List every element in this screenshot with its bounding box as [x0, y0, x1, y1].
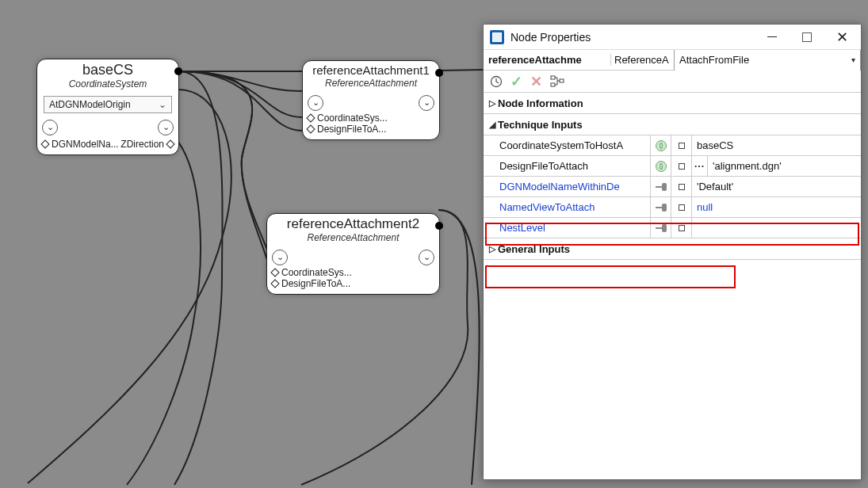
port-label: DesignFileToA...: [317, 124, 386, 135]
node-output-port[interactable]: [435, 222, 443, 230]
expand-inputs-icon[interactable]: ⌄: [272, 250, 288, 265]
port-label: DGNModelNa...: [52, 139, 119, 150]
input-port[interactable]: [270, 268, 279, 276]
svg-rect-1: [551, 76, 555, 79]
prop-label: DGNModelNameWithinDe: [484, 177, 650, 196]
section-node-information[interactable]: ▷ Node Information: [484, 93, 861, 114]
pin-icon[interactable]: [650, 218, 671, 238]
minimize-button[interactable]: [755, 25, 790, 50]
section-title: Technique Inputs: [498, 119, 583, 131]
expand-outputs-icon[interactable]: ⌄: [419, 95, 434, 111]
prop-label: CoordinateSystemToHostA: [484, 135, 650, 155]
chevron-down-icon: ▾: [851, 55, 855, 64]
expand-outputs-icon[interactable]: ⌄: [419, 250, 434, 265]
window-title: Node Properties: [510, 31, 755, 44]
node-subtype: CoordinateSystem: [42, 78, 174, 90]
hierarchy-icon[interactable]: [550, 75, 564, 88]
panel-toolbar: ✓ ✕: [484, 71, 861, 93]
history-icon[interactable]: [490, 75, 503, 88]
expression-toggle[interactable]: [671, 156, 691, 176]
prop-value[interactable]: baseCS: [691, 135, 861, 155]
section-title: General Inputs: [498, 243, 570, 255]
input-port[interactable]: [306, 113, 315, 122]
browse-button[interactable]: ···: [691, 156, 707, 176]
pin-icon[interactable]: [650, 197, 671, 217]
node-header: baseCS CoordinateSystem: [37, 59, 178, 94]
expression-toggle[interactable]: [671, 135, 691, 155]
port-label: CoordinateSys...: [281, 267, 352, 278]
node-subtype: ReferenceAttachment: [308, 78, 434, 89]
prop-label: DesignFileToAttach: [484, 156, 650, 176]
section-technique-inputs: ◢ Technique Inputs CoordinateSystemToHos…: [484, 114, 861, 238]
titlebar[interactable]: Node Properties ✕: [484, 25, 861, 50]
apply-icon[interactable]: ✓: [510, 73, 522, 90]
expand-inputs-icon[interactable]: ⌄: [308, 95, 323, 111]
globe-icon[interactable]: [650, 156, 671, 176]
globe-icon[interactable]: [650, 135, 671, 155]
input-port[interactable]: [270, 279, 279, 288]
output-port[interactable]: [166, 139, 174, 148]
technique-select-value: AttachFromFile: [679, 54, 749, 66]
properties-body: ▷ Node Information ◢ Technique Inputs Co…: [484, 93, 861, 479]
section-header[interactable]: ◢ Technique Inputs: [484, 114, 861, 135]
node-constructor-select[interactable]: AtDGNModelOrigin ⌄: [44, 96, 172, 113]
node-header: referenceAttachment1 ReferenceAttachment: [303, 61, 439, 93]
node-reference-attachment-2[interactable]: referenceAttachment2 ReferenceAttachment…: [266, 213, 440, 295]
expand-right-icon[interactable]: ▷: [487, 98, 498, 109]
node-output-port[interactable]: [174, 67, 182, 75]
highlight-box: [485, 265, 736, 288]
prop-value[interactable]: null: [691, 197, 861, 217]
prop-row-named-view: NamedViewToAttach null: [484, 196, 861, 217]
node-title: baseCS: [42, 63, 174, 78]
prop-value[interactable]: 'Default': [691, 177, 861, 196]
node-title: referenceAttachment1: [308, 64, 434, 78]
prop-label: NamedViewToAttach: [484, 197, 650, 217]
select-value: AtDGNModelOrigin: [49, 99, 131, 110]
prop-row-nest-level: NestLevel: [484, 217, 861, 238]
node-subtype: ReferenceAttachment: [272, 232, 434, 243]
node-reference-attachment-1[interactable]: referenceAttachment1 ReferenceAttachment…: [302, 60, 440, 140]
node-properties-panel[interactable]: Node Properties ✕ referenceAttachme Refe…: [483, 24, 862, 480]
maximize-button[interactable]: [790, 25, 824, 50]
prop-row-coordinate-system: CoordinateSystemToHostA baseCS: [484, 135, 861, 155]
expand-inputs-icon[interactable]: ⌄: [42, 120, 58, 135]
technique-select[interactable]: AttachFromFile ▾: [674, 50, 861, 71]
node-title: referenceAttachment2: [272, 217, 434, 232]
expression-toggle[interactable]: [671, 197, 691, 217]
selected-node-name: referenceAttachme: [484, 54, 610, 66]
close-button[interactable]: ✕: [824, 25, 859, 50]
prop-value[interactable]: [691, 218, 861, 238]
node-selector-row: referenceAttachme ReferenceA AttachFromF…: [484, 50, 861, 71]
chevron-down-icon: ⌄: [159, 99, 166, 110]
prop-row-dgn-model-name: DGNModelNameWithinDe 'Default': [484, 176, 861, 196]
expression-toggle[interactable]: [671, 177, 691, 196]
expand-outputs-icon[interactable]: ⌄: [158, 120, 174, 135]
node-output-port[interactable]: [435, 69, 443, 77]
expression-toggle[interactable]: [671, 218, 691, 238]
app-icon: [490, 30, 504, 44]
port-label: ZDirection: [120, 139, 164, 150]
section-general-inputs[interactable]: ▷ General Inputs: [484, 238, 861, 260]
prop-value[interactable]: 'alignment.dgn': [707, 156, 861, 176]
node-base-cs[interactable]: baseCS CoordinateSystem AtDGNModelOrigin…: [36, 59, 179, 155]
section-title: Node Information: [498, 97, 583, 109]
selected-node-type: ReferenceA: [610, 54, 674, 66]
input-port[interactable]: [40, 139, 49, 148]
input-port[interactable]: [306, 124, 315, 133]
port-label: CoordinateSys...: [317, 112, 388, 124]
expand-right-icon[interactable]: ▷: [487, 244, 498, 254]
pin-icon[interactable]: [650, 177, 671, 196]
node-header: referenceAttachment2 ReferenceAttachment: [267, 214, 439, 248]
cancel-icon[interactable]: ✕: [530, 73, 542, 90]
svg-rect-2: [551, 83, 555, 86]
svg-rect-3: [560, 79, 564, 82]
port-label: DesignFileToA...: [281, 278, 350, 289]
prop-row-design-file: DesignFileToAttach ··· 'alignment.dgn': [484, 155, 861, 176]
expand-down-icon[interactable]: ◢: [487, 120, 498, 130]
prop-label: NestLevel: [484, 218, 650, 238]
